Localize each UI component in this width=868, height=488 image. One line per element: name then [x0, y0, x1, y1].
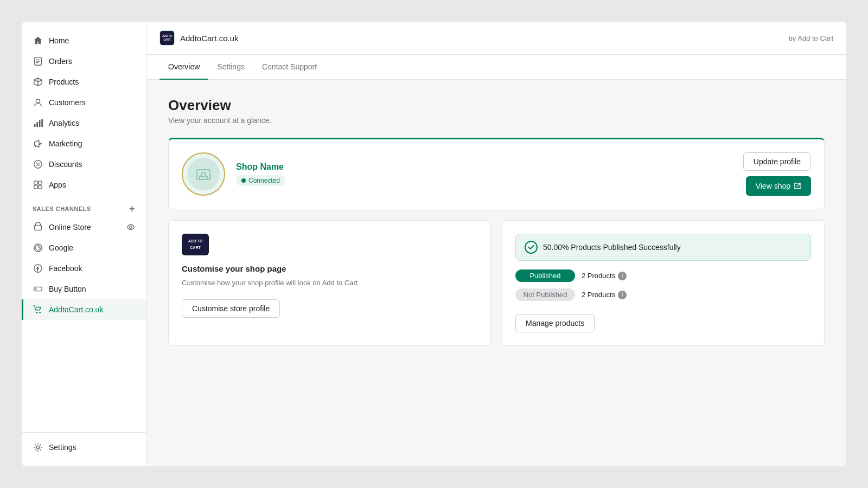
sidebar-item-marketing[interactable]: Marketing: [22, 133, 146, 154]
page-title: Overview: [168, 97, 825, 114]
svg-rect-15: [39, 185, 42, 189]
app-header: ADD TO CART AddtoCart.co.uk by Add to Ca…: [146, 22, 846, 55]
sidebar-item-settings[interactable]: Settings: [22, 437, 146, 458]
shop-avatar: [182, 152, 225, 196]
stats-check-icon: [525, 241, 538, 254]
svg-text:ADD TO: ADD TO: [162, 35, 172, 37]
customers-icon: [33, 97, 43, 108]
customize-profile-button[interactable]: Customise store profile: [182, 299, 280, 318]
manage-products-button[interactable]: Manage products: [515, 314, 595, 332]
page-subtitle: View your account at a glance.: [168, 116, 825, 125]
add-channel-button[interactable]: +: [129, 204, 135, 214]
stats-text: 50.00% Products Published Successfully: [543, 243, 681, 252]
svg-rect-5: [34, 124, 36, 127]
tabs-bar: Overview Settings Contact Support: [146, 55, 846, 80]
svg-text:ADD TO: ADD TO: [188, 239, 203, 243]
update-profile-button[interactable]: Update profile: [743, 152, 811, 171]
svg-rect-6: [36, 122, 38, 127]
discounts-icon: [33, 159, 43, 170]
sidebar-item-customers[interactable]: Customers: [22, 92, 146, 113]
stats-card: 50.00% Products Published Successfully P…: [502, 220, 825, 346]
card-actions: Update profile View shop: [743, 152, 811, 196]
facebook-icon: [33, 263, 43, 274]
bottom-cards: ADD TO CART Customise your shop page Cus…: [168, 220, 825, 346]
sidebar-item-discounts[interactable]: Discounts: [22, 154, 146, 175]
svg-rect-8: [41, 119, 43, 127]
svg-rect-13: [39, 181, 42, 184]
svg-rect-12: [34, 181, 37, 184]
sidebar-item-analytics[interactable]: Analytics: [22, 113, 146, 133]
customize-card: ADD TO CART Customise your shop page Cus…: [168, 220, 491, 346]
svg-point-23: [36, 446, 39, 448]
svg-point-16: [130, 226, 132, 229]
sidebar-item-products[interactable]: Products: [22, 72, 146, 92]
external-link-icon: [794, 182, 801, 190]
sidebar-item-orders[interactable]: Orders: [22, 51, 146, 72]
orders-icon: [33, 56, 43, 67]
main-content: ADD TO CART AddtoCart.co.uk by Add to Ca…: [146, 22, 846, 466]
sidebar-item-online-store[interactable]: Online Store: [22, 217, 146, 237]
online-store-visibility-icon[interactable]: [126, 223, 135, 232]
svg-point-20: [35, 288, 37, 290]
sidebar-item-home[interactable]: Home: [22, 30, 146, 51]
svg-rect-27: [197, 170, 210, 179]
analytics-icon: [33, 118, 43, 129]
sidebar-item-google[interactable]: Google: [22, 237, 146, 258]
tab-contact-support[interactable]: Contact Support: [253, 55, 326, 80]
home-icon: [33, 35, 43, 46]
svg-rect-29: [183, 235, 208, 254]
svg-point-4: [36, 99, 40, 103]
svg-rect-14: [34, 185, 37, 189]
app-logo: ADD TO CART: [159, 30, 175, 46]
published-badge: Published: [515, 269, 575, 282]
buy-button-icon: [33, 284, 43, 294]
marketing-icon: [33, 138, 43, 149]
svg-rect-7: [39, 120, 41, 127]
published-row: Published 2 Products i: [515, 269, 811, 282]
not-published-badge: Not Published: [515, 288, 575, 301]
published-info-icon[interactable]: i: [618, 272, 627, 280]
app-by-label: by Add to Cart: [789, 34, 833, 42]
sales-channels-label: SALES CHANNELS +: [22, 195, 146, 217]
svg-point-21: [36, 312, 38, 313]
connected-dot: [241, 178, 246, 183]
svg-text:CART: CART: [190, 246, 201, 249]
settings-icon: [33, 442, 43, 453]
svg-rect-24: [160, 31, 174, 45]
svg-point-22: [39, 312, 41, 313]
view-shop-button[interactable]: View shop: [746, 176, 811, 196]
online-store-icon: [33, 222, 43, 233]
products-icon: [33, 76, 43, 87]
stats-banner: 50.00% Products Published Successfully: [515, 234, 811, 261]
not-published-count: 2 Products i: [582, 291, 627, 299]
app-name: AddtoCart.co.uk: [180, 34, 239, 43]
published-count: 2 Products i: [582, 272, 627, 280]
customize-desc: Customise how your shop profile will loo…: [182, 278, 477, 288]
shop-card: Shop Name Connected Update profile View …: [168, 138, 825, 209]
sidebar-item-addtocart[interactable]: AddtoCart.co.uk: [22, 299, 146, 320]
sidebar-bottom: Settings: [22, 432, 146, 458]
svg-rect-19: [34, 287, 42, 291]
apps-icon: [33, 179, 43, 190]
svg-point-10: [36, 163, 37, 164]
tab-overview[interactable]: Overview: [159, 55, 208, 80]
avatar-inner: [187, 158, 220, 190]
sidebar-item-facebook[interactable]: Facebook: [22, 258, 146, 279]
shop-info: Shop Name Connected: [182, 152, 285, 196]
tab-settings[interactable]: Settings: [208, 55, 253, 80]
not-published-row: Not Published 2 Products i: [515, 288, 811, 301]
customize-title: Customise your shop page: [182, 264, 477, 273]
not-published-info-icon[interactable]: i: [618, 291, 627, 299]
connected-badge: Connected: [236, 175, 285, 186]
sidebar-item-apps[interactable]: Apps: [22, 175, 146, 195]
addtocart-logo: ADD TO CART: [182, 234, 209, 255]
sidebar-item-buy-button[interactable]: Buy Button: [22, 279, 146, 299]
sidebar: Home Orders Products: [22, 22, 146, 466]
shop-name: Shop Name: [236, 162, 285, 172]
google-icon: [33, 242, 43, 253]
addtocart-icon: [33, 304, 43, 315]
svg-text:CART: CART: [163, 38, 170, 41]
svg-point-11: [39, 165, 40, 166]
content-area: Overview View your account at a glance.: [146, 80, 846, 466]
